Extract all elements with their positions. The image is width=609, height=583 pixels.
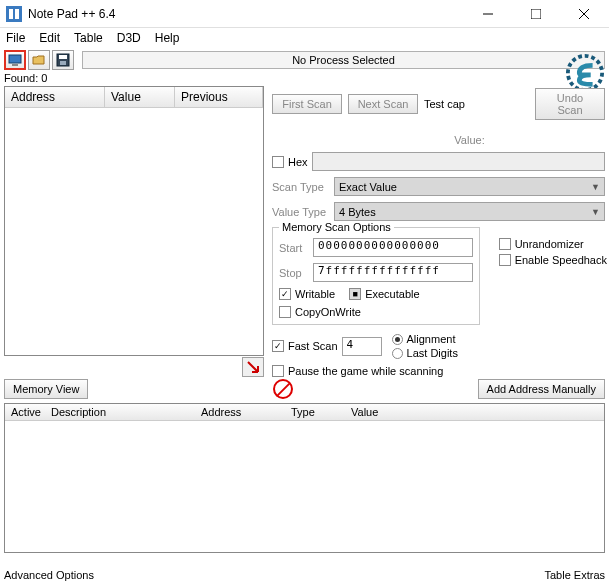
value-type-label: Value Type (272, 206, 330, 218)
undo-scan-button[interactable]: Undo Scan (535, 88, 605, 120)
address-list-table[interactable]: Active Description Address Type Value (4, 403, 605, 553)
svg-rect-2 (15, 9, 19, 19)
close-button[interactable] (569, 4, 599, 24)
menu-table[interactable]: Table (74, 31, 103, 45)
add-to-list-button[interactable] (242, 357, 264, 377)
save-button[interactable] (52, 50, 74, 70)
start-input[interactable]: 0000000000000000 (313, 238, 473, 257)
value-label: Value: (334, 134, 605, 146)
hex-checkbox[interactable]: Hex (272, 156, 308, 168)
select-process-button[interactable] (4, 50, 26, 70)
col-value2[interactable]: Value (345, 404, 604, 420)
forbidden-icon[interactable] (273, 379, 293, 399)
arrow-down-right-icon (246, 360, 260, 374)
col-description[interactable]: Description (45, 404, 195, 420)
fast-scan-input[interactable]: 4 (342, 337, 382, 356)
scan-type-combo[interactable]: Exact Value▼ (334, 177, 605, 196)
process-bar: No Process Selected (82, 51, 605, 69)
col-previous[interactable]: Previous (175, 87, 263, 107)
col-type[interactable]: Type (285, 404, 345, 420)
advanced-options-link[interactable]: Advanced Options (4, 569, 94, 581)
scan-type-label: Scan Type (272, 181, 330, 193)
col-active[interactable]: Active (5, 404, 45, 420)
maximize-button[interactable] (521, 4, 551, 24)
found-count: Found: 0 (0, 72, 609, 84)
first-scan-button[interactable]: First Scan (272, 94, 342, 114)
menu-d3d[interactable]: D3D (117, 31, 141, 45)
speedhack-checkbox[interactable]: Enable Speedhack (499, 254, 607, 266)
pause-game-checkbox[interactable]: Pause the game while scanning (272, 365, 443, 377)
svg-rect-7 (9, 55, 21, 63)
memory-view-button[interactable]: Memory View (4, 379, 88, 399)
open-button[interactable] (28, 50, 50, 70)
svg-rect-0 (6, 6, 22, 22)
save-icon (56, 53, 70, 67)
col-address[interactable]: Address (5, 87, 105, 107)
menu-help[interactable]: Help (155, 31, 180, 45)
menubar: File Edit Table D3D Help (0, 28, 609, 48)
menu-file[interactable]: File (6, 31, 25, 45)
chevron-down-icon: ▼ (591, 207, 600, 217)
svg-rect-4 (531, 9, 541, 19)
add-address-manually-button[interactable]: Add Address Manually (478, 379, 605, 399)
titlebar: Note Pad ++ 6.4 (0, 0, 609, 28)
folder-open-icon (32, 53, 46, 67)
col-value[interactable]: Value (105, 87, 175, 107)
start-label: Start (279, 242, 309, 254)
alignment-radio[interactable]: Alignment (392, 333, 458, 345)
menu-edit[interactable]: Edit (39, 31, 60, 45)
computer-icon (8, 53, 22, 67)
minimize-button[interactable] (473, 4, 503, 24)
svg-rect-11 (60, 61, 66, 65)
last-digits-radio[interactable]: Last Digits (392, 347, 458, 359)
table-extras-link[interactable]: Table Extras (544, 569, 605, 581)
writable-checkbox[interactable]: ✓Writable (279, 288, 335, 300)
no-process-label: No Process Selected (292, 54, 395, 66)
memopts-legend: Memory Scan Options (279, 221, 394, 233)
value-input[interactable] (312, 152, 605, 171)
chevron-down-icon: ▼ (591, 182, 600, 192)
stop-input[interactable]: 7fffffffffffffff (313, 263, 473, 282)
app-icon (6, 6, 22, 22)
copyonwrite-checkbox[interactable]: CopyOnWrite (279, 306, 361, 318)
next-scan-button[interactable]: Next Scan (348, 94, 418, 114)
svg-rect-8 (12, 64, 18, 66)
stop-label: Stop (279, 267, 309, 279)
fast-scan-checkbox[interactable]: ✓Fast Scan (272, 340, 338, 352)
executable-checkbox[interactable]: ■Executable (349, 288, 419, 300)
scan-results-table[interactable]: Address Value Previous (4, 86, 264, 356)
value-type-combo[interactable]: 4 Bytes▼ (334, 202, 605, 221)
toolbar: No Process Selected (0, 48, 609, 72)
col-address2[interactable]: Address (195, 404, 285, 420)
svg-rect-1 (9, 9, 13, 19)
test-cap-label: Test cap (424, 98, 465, 110)
memory-scan-options: Memory Scan Options Start000000000000000… (272, 227, 480, 325)
window-title: Note Pad ++ 6.4 (28, 7, 473, 21)
svg-rect-10 (59, 55, 67, 59)
unrandomizer-checkbox[interactable]: Unrandomizer (499, 238, 607, 250)
